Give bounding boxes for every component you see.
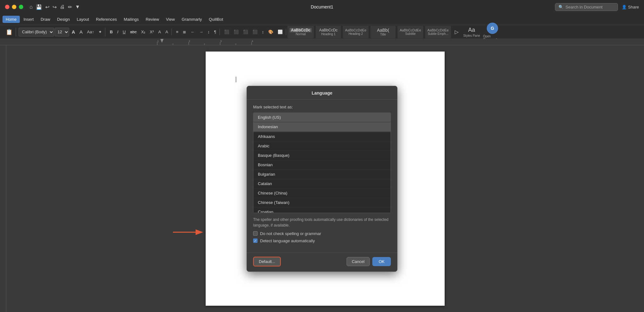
justify-button[interactable]: ⬛: [251, 29, 259, 35]
font-group: Calibri (Body) 12 A A Aa↑ ✦: [17, 28, 105, 36]
dialog-title: Language: [247, 86, 397, 100]
cancel-button[interactable]: Cancel: [347, 257, 370, 266]
indent-right-button[interactable]: →: [197, 29, 205, 35]
undo-icon[interactable]: ↩: [45, 4, 49, 10]
paste-button[interactable]: 📋: [4, 28, 14, 36]
save-icon[interactable]: 💾: [36, 4, 42, 10]
line-spacing-button[interactable]: ↕: [260, 29, 266, 35]
search-icon: 🔍: [558, 5, 564, 9]
no-spell-label: Do not check spelling or grammar: [260, 231, 321, 236]
mark-label: Mark selected text as:: [253, 105, 391, 109]
underline-button[interactable]: U: [121, 29, 127, 35]
menu-item-mailings[interactable]: Mailings: [121, 16, 142, 23]
subscript-button[interactable]: X₂: [139, 29, 147, 35]
menu-item-view[interactable]: View: [163, 16, 178, 23]
redo-icon[interactable]: ↪: [53, 4, 57, 10]
minimize-window-button[interactable]: [12, 5, 16, 9]
title-bar: ⌂ 💾 ↩ ↪ 🖨 ✏ ▼ Document1 🔍 Search in Docu…: [0, 0, 644, 14]
style-subtitle[interactable]: AaBbCcDdEe Subtitle: [397, 26, 423, 38]
align-right-button[interactable]: ⬛: [241, 29, 250, 35]
style-normal[interactable]: AaBbCcDc Normal: [287, 26, 314, 38]
indent-left-button[interactable]: ←: [189, 29, 197, 35]
font-family-select[interactable]: Calibri (Body): [19, 28, 54, 36]
align-center-button[interactable]: ⬛: [232, 29, 241, 35]
styles-area: AaBbCcDc Normal AaBbCcDc Heading 1 AaBbC…: [287, 23, 641, 41]
detect-lang-checkbox[interactable]: ✓: [253, 238, 258, 243]
menu-item-quillbot[interactable]: QuillBot: [206, 16, 226, 23]
style-subtle-emph[interactable]: AaBbCcDdEe Subtle Emph...: [425, 26, 451, 38]
lang-item-indonesian[interactable]: Indonesian: [253, 122, 391, 132]
show-marks-button[interactable]: ¶: [212, 29, 218, 35]
lang-item-croatian[interactable]: Croatian: [253, 207, 391, 213]
style-title[interactable]: AaBb( Title: [370, 26, 396, 38]
close-window-button[interactable]: [5, 5, 9, 9]
more-icon[interactable]: ▼: [75, 4, 80, 10]
home-icon[interactable]: ⌂: [30, 4, 33, 10]
no-spell-checkbox[interactable]: [253, 231, 258, 236]
customize-icon[interactable]: ✏: [68, 4, 72, 10]
highlight-button[interactable]: A: [164, 29, 170, 35]
language-list[interactable]: English (US) Indonesian Afrikaans Arabic…: [253, 112, 391, 213]
bullets-button[interactable]: ≡: [174, 29, 180, 35]
lang-item-arabic[interactable]: Arabic: [253, 141, 391, 151]
menu-item-grammarly[interactable]: Grammarly: [179, 16, 205, 23]
clipboard-group: 📋: [3, 28, 16, 36]
lang-item-chinese-taiwan[interactable]: Chinese (Taiwan): [253, 198, 391, 207]
title-bar-right: 🔍 Search in Document 👤 Share: [555, 3, 639, 11]
lang-item-afrikaans[interactable]: Afrikaans: [253, 132, 391, 141]
italic-button[interactable]: I: [115, 29, 120, 35]
menu-item-draw[interactable]: Draw: [37, 16, 53, 23]
dialog-overlay: Language Mark selected text as: English …: [0, 45, 644, 312]
ruler: 1 2 3 4: [0, 39, 644, 45]
style-heading1[interactable]: AaBbCcDc Heading 1: [316, 26, 341, 38]
font-size-up-button[interactable]: Aa↑: [85, 29, 96, 35]
strikethrough-button[interactable]: abc: [128, 29, 139, 35]
menu-item-layout[interactable]: Layout: [74, 16, 92, 23]
dialog-footer-right: Cancel OK: [347, 257, 391, 266]
format-group: B I U abc X₂ X² A A: [107, 29, 171, 35]
title-bar-icons: ⌂ 💾 ↩ ↪ 🖨 ✏ ▼: [30, 4, 80, 10]
lang-item-bulgarian[interactable]: Bulgarian: [253, 170, 391, 179]
clear-format-button[interactable]: ✦: [97, 29, 104, 35]
svg-text:3: 3: [220, 40, 222, 43]
decrease-font-button[interactable]: A: [78, 28, 85, 36]
default-button[interactable]: Default...: [253, 257, 281, 266]
toolbar: 📋 Calibri (Body) 12 A A Aa↑ ✦ B I U abc …: [0, 25, 644, 39]
menu-item-design[interactable]: Design: [54, 16, 73, 23]
font-color-button[interactable]: A: [156, 29, 163, 35]
lang-item-bosnian[interactable]: Bosnian: [253, 160, 391, 170]
numbering-button[interactable]: ≣: [181, 29, 188, 35]
print-icon[interactable]: 🖨: [60, 4, 65, 10]
lang-item-english-us[interactable]: English (US): [253, 113, 391, 122]
shading-button[interactable]: 🎨: [266, 29, 275, 35]
svg-rect-0: [0, 39, 644, 45]
search-in-document[interactable]: 🔍 Search in Document: [555, 3, 618, 11]
share-button[interactable]: 👤 Share: [622, 5, 639, 9]
svg-text:1: 1: [157, 40, 159, 43]
menu-item-insert[interactable]: Insert: [20, 16, 37, 23]
open-grammarly-button[interactable]: G Open Grammarly: [483, 23, 502, 41]
styles-pane-button[interactable]: Aa Styles Pane: [462, 27, 481, 37]
search-placeholder: Search in Document: [565, 5, 602, 9]
detect-lang-label: Detect language automatically: [260, 238, 315, 243]
style-heading2[interactable]: AaBbCcDdEe Heading 2: [343, 26, 369, 38]
traffic-lights: [5, 5, 23, 9]
menu-item-review[interactable]: Review: [142, 16, 162, 23]
superscript-button[interactable]: X²: [148, 29, 156, 35]
detect-lang-row: ✓ Detect language automatically: [253, 238, 391, 243]
lang-item-basque[interactable]: Basque (Basque): [253, 151, 391, 160]
lang-item-catalan[interactable]: Catalan: [253, 179, 391, 189]
increase-font-button[interactable]: A: [70, 28, 77, 36]
ok-button[interactable]: OK: [372, 257, 391, 266]
styles-expand-button[interactable]: ▷: [453, 28, 460, 36]
bold-button[interactable]: B: [108, 29, 114, 35]
arrow-annotation: [170, 226, 208, 238]
align-left-button[interactable]: ⬛: [222, 29, 231, 35]
maximize-window-button[interactable]: [19, 5, 23, 9]
sort-button[interactable]: ↕: [206, 29, 212, 35]
menu-item-references[interactable]: References: [93, 16, 120, 23]
menu-item-home[interactable]: Home: [3, 16, 20, 23]
lang-item-chinese-china[interactable]: Chinese (China): [253, 189, 391, 198]
border-button[interactable]: ⬜: [276, 29, 285, 35]
font-size-select[interactable]: 12: [55, 28, 69, 36]
